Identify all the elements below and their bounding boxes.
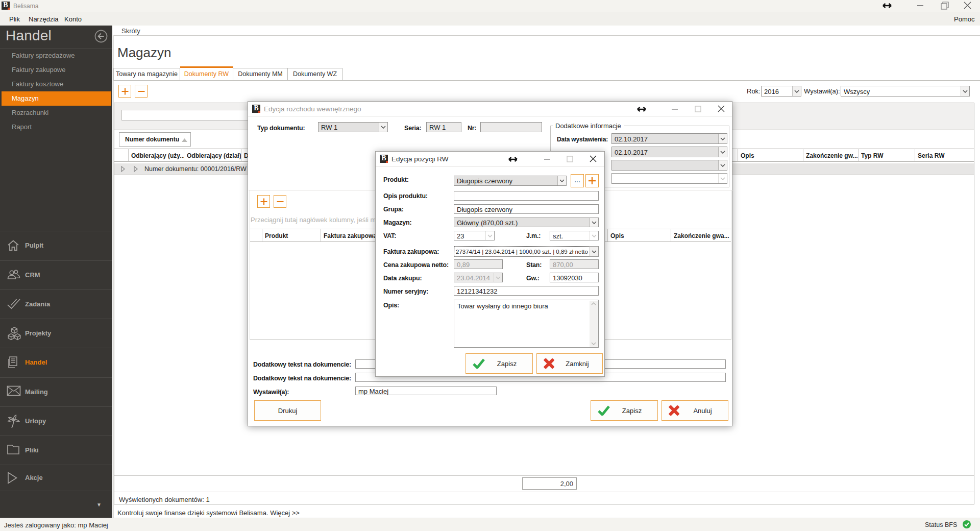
col-expand — [114, 149, 129, 162]
dialog2-zamknij-button[interactable]: Zamknij — [536, 353, 603, 374]
wystawil-select[interactable]: Wszyscy — [841, 86, 970, 96]
nav-pliki[interactable]: Pliki — [0, 436, 112, 465]
tab-dokumenty-mm[interactable]: Dokumenty MM — [233, 68, 288, 81]
menu-plik[interactable]: Plik — [9, 15, 20, 23]
opis-scrollbar[interactable] — [590, 301, 598, 347]
gw-input[interactable]: 13092030 — [550, 273, 599, 282]
dialog1-minimize-button[interactable] — [672, 109, 678, 110]
minimize-button[interactable] — [917, 5, 923, 6]
nav-zadania[interactable]: Zadania — [0, 289, 112, 319]
remove-document-button[interactable] — [135, 85, 148, 98]
faktura-zakupowa-label: Faktura zakupowa: — [383, 248, 439, 255]
data2-select[interactable]: 02.10.2017 — [611, 147, 727, 157]
opis-produktu-label: Opis produktu: — [383, 192, 428, 200]
opis-produktu-input[interactable] — [454, 191, 599, 201]
col-seria-rw[interactable]: Seria RW — [915, 149, 974, 162]
shortcut-divider — [113, 35, 980, 36]
nav-pulpit[interactable]: Pulpit — [0, 231, 112, 260]
dialog2-minimize-button[interactable] — [544, 159, 550, 160]
col-odbierajacy-dzial[interactable]: Odbierający (dział) — [184, 149, 241, 162]
dialog2-zapisz-button[interactable]: Zapisz — [465, 353, 533, 374]
dlg1-col-produkt[interactable]: Produkt — [262, 229, 321, 242]
col-zakonczenie[interactable]: Zakończenie gw... — [803, 149, 859, 162]
typ-dokumentu-select[interactable]: RW 1 — [318, 122, 388, 132]
vat-select[interactable]: 23 — [454, 231, 495, 240]
numer-seryjny-input[interactable]: 12121341232 — [454, 286, 599, 296]
magazyn-label: Magazyn: — [383, 219, 411, 226]
combo4-select[interactable] — [611, 173, 727, 184]
maximize-button[interactable] — [941, 2, 949, 10]
dlg1-col-opis[interactable]: Opis — [608, 229, 671, 242]
app-logo-icon: B — [2, 2, 10, 10]
resize-arrow-icon[interactable] — [883, 3, 892, 9]
dlg1-col-zakonczenie[interactable]: Zakończenie gwa... — [671, 229, 731, 242]
nav-handel[interactable]: Handel — [0, 348, 112, 377]
dialog1-resize-icon[interactable] — [637, 106, 646, 112]
rok-select[interactable]: 2016 — [761, 86, 801, 96]
nr-input[interactable] — [480, 122, 542, 132]
add-document-button[interactable] — [118, 85, 131, 98]
grupa-input[interactable]: Długopis czerwony — [454, 204, 599, 214]
footer-ad-text[interactable]: Kontroluj swoje finanse dzięki systemowi… — [117, 509, 300, 517]
group-by-chip[interactable]: Numer dokumentu — [119, 132, 191, 147]
dialog1-logo-icon: B — [252, 105, 260, 113]
stan-input: 870,00 — [550, 259, 599, 269]
nav-akcje[interactable]: Akcje — [0, 465, 112, 491]
nr-label: Nr: — [468, 125, 476, 132]
dialog1-close-button[interactable] — [718, 105, 725, 112]
dialog1-maximize-button[interactable] — [695, 106, 701, 112]
expand-row-icon[interactable] — [121, 166, 125, 172]
data-wystawienia-select[interactable]: 02.10.2017 — [611, 133, 727, 144]
combo3-select[interactable] — [611, 160, 727, 171]
produkt-select[interactable]: Długopis czerwony — [454, 176, 567, 186]
nav-projekty[interactable]: Projekty — [0, 319, 112, 348]
tab-dokumenty-wz[interactable]: Dokumenty WZ — [288, 68, 342, 81]
dialog2-maximize-button[interactable] — [567, 156, 573, 162]
menu-pomoc[interactable]: Pomoc — [954, 15, 974, 23]
data-wystawienia-label: Data wystawienia: — [557, 136, 608, 143]
seria-input[interactable]: RW 1 — [426, 122, 461, 132]
opis-textarea[interactable]: Towar wysłany do innego biura — [454, 300, 599, 348]
tab-dokumenty-rw[interactable]: Dokumenty RW — [180, 66, 233, 81]
magazyn-select[interactable]: Główny (870,00 szt.) — [454, 218, 599, 227]
nav-urlopy[interactable]: Urlopy — [0, 406, 112, 436]
remove-position-button[interactable] — [274, 195, 286, 208]
add-position-button[interactable] — [257, 195, 270, 208]
produkt-more-button[interactable]: ... — [571, 174, 584, 187]
sidebar-expand-arrow-icon[interactable]: ▼ — [96, 502, 102, 508]
sidebar-item-faktury-kosztowe[interactable]: Faktury kosztowe — [0, 77, 112, 91]
dialog1-title-bar: B Edycja rozchodu wewnętrznego — [248, 102, 732, 116]
menu-konto[interactable]: Konto — [64, 15, 82, 23]
dialog1-zapisz-button[interactable]: Zapisz — [591, 400, 658, 421]
menu-narzedzia[interactable]: Narzędzia — [29, 15, 59, 23]
collapse-sidebar-button[interactable] — [94, 30, 108, 43]
produkt-add-button[interactable] — [585, 174, 599, 187]
dialog2-logo-icon: B — [380, 155, 388, 163]
sidebar-item-faktury-sprzeda-owe[interactable]: Faktury sprzedażowe — [0, 49, 112, 63]
sidebar-item-faktury-zakupowe[interactable]: Faktury zakupowe — [0, 63, 112, 77]
col-odbierajacy-uzy[interactable]: Odbierający (uży... — [129, 149, 184, 162]
dialog2-resize-icon[interactable] — [508, 156, 518, 162]
nav-crm[interactable]: CRM — [0, 260, 112, 289]
dialog1-table-left-border — [250, 190, 250, 339]
jm-select[interactable]: szt. — [550, 231, 599, 240]
wystawil-input[interactable]: mp Maciej — [355, 387, 497, 395]
close-button[interactable] — [964, 2, 971, 9]
tabbar-baseline — [113, 80, 980, 81]
dialog1-anuluj-button[interactable]: Anuluj — [662, 400, 728, 421]
dialog2-close-button[interactable] — [590, 155, 597, 162]
col-typ-rw[interactable]: Typ RW — [859, 149, 915, 162]
dialog2-title: Edycja pozycji RW — [391, 155, 449, 163]
summary-row-divider-bottom — [114, 492, 974, 492]
drukuj-button[interactable]: Drukuj — [254, 400, 321, 421]
tab-skroty[interactable]: Skróty — [121, 27, 140, 35]
tab-towary-na-magazynie[interactable]: Towary na magazynie — [113, 68, 180, 81]
expand-group-icon[interactable] — [134, 166, 138, 172]
sidebar-item-magazyn[interactable]: Magazyn — [2, 91, 111, 106]
sidebar-item-raport[interactable]: Raport — [0, 120, 112, 134]
faktura-zakupowa-select[interactable]: 27374/14 | 23.04.2014 | 1000,00 szt. | 0… — [454, 246, 599, 257]
nav-mailing[interactable]: Mailing — [0, 377, 112, 406]
gw-label: Gw.: — [526, 275, 540, 282]
sidebar-item-rozrachunki[interactable]: Rozrachunki — [0, 106, 112, 120]
col-opis[interactable]: Opis — [738, 149, 803, 162]
